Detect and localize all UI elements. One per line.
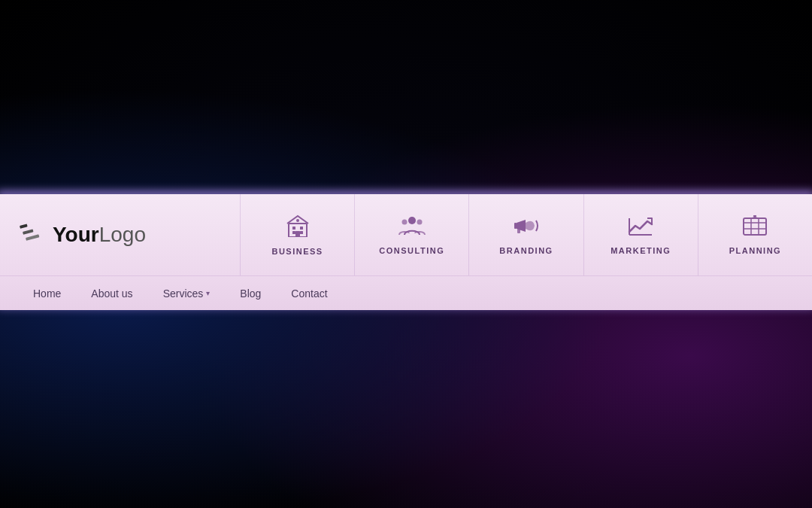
svg-rect-6 — [292, 231, 295, 234]
logo-icon — [18, 221, 45, 248]
svg-rect-17 — [744, 218, 766, 235]
service-label-branding: BRANDING — [499, 246, 553, 255]
svg-rect-0 — [20, 224, 28, 228]
service-label-planning: PLANNING — [729, 246, 781, 255]
service-item-planning[interactable]: PLANNING — [698, 194, 812, 275]
service-label-business: BUSINESS — [271, 247, 323, 256]
service-item-marketing[interactable]: MARKETING — [584, 194, 698, 275]
services-chevron-icon: ▾ — [206, 289, 210, 297]
svg-rect-2 — [26, 234, 39, 241]
nav-item-about[interactable]: About us — [76, 276, 147, 310]
service-item-consulting[interactable]: CONSULTING — [355, 194, 469, 275]
nav-item-blog[interactable]: Blog — [225, 276, 276, 310]
nav-item-home[interactable]: Home — [18, 276, 76, 310]
megaphone-icon — [514, 215, 539, 240]
svg-rect-5 — [300, 227, 303, 230]
service-label-consulting: CONSULTING — [379, 246, 444, 255]
svg-rect-1 — [23, 229, 34, 234]
header-wrapper: YourLogo BUSINE — [0, 194, 812, 310]
svg-rect-13 — [514, 223, 517, 229]
svg-rect-8 — [295, 231, 300, 237]
service-label-marketing: MARKETING — [611, 246, 671, 255]
svg-point-11 — [401, 219, 407, 224]
svg-rect-14 — [517, 229, 520, 233]
svg-rect-4 — [292, 227, 295, 230]
building-icon — [286, 214, 310, 241]
service-bar: YourLogo BUSINE — [0, 194, 812, 275]
service-item-business[interactable]: BUSINESS — [241, 194, 355, 275]
nav-bar: Home About us Services ▾ Blog Contact — [0, 275, 812, 310]
svg-point-9 — [296, 219, 299, 222]
chart-icon — [628, 215, 653, 240]
logo-thin: Logo — [99, 223, 146, 246]
svg-point-10 — [408, 217, 416, 224]
svg-rect-7 — [300, 231, 303, 234]
logo-text: YourLogo — [53, 224, 146, 245]
svg-point-12 — [417, 219, 422, 224]
service-items: BUSINESS CONSULTING — [241, 194, 812, 275]
planning-icon — [742, 215, 768, 240]
logo-section: YourLogo — [0, 194, 241, 275]
people-icon — [398, 215, 426, 240]
nav-item-services[interactable]: Services ▾ — [148, 276, 226, 310]
logo-bold: Your — [53, 223, 99, 246]
service-item-branding[interactable]: BRANDING — [469, 194, 583, 275]
nav-item-contact[interactable]: Contact — [276, 276, 342, 310]
